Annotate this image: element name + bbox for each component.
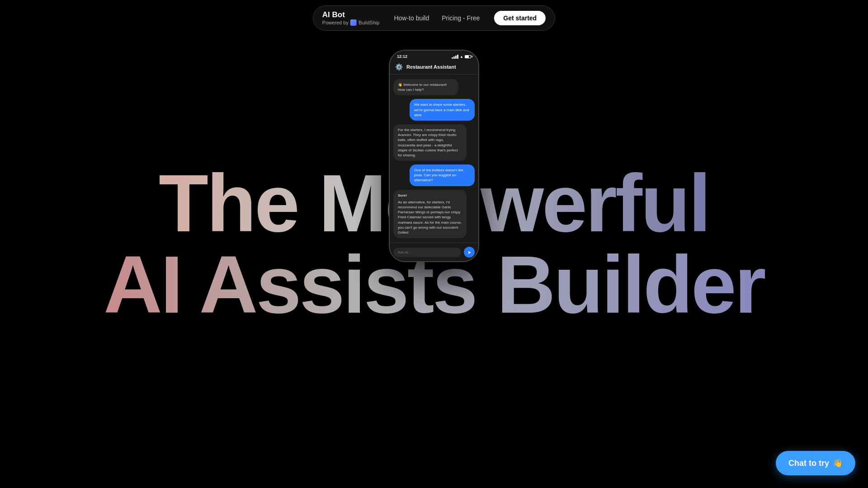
wifi-icon: ▲ [460, 55, 463, 59]
user-message-2: One of the invitees doesn't like peas. C… [410, 164, 475, 186]
navbar: AI Bot Powered by BuildShip How-to build… [313, 5, 555, 31]
chat-input-area: ➤ [390, 243, 478, 261]
bot-message-2: For the starters, I recommend trying Ara… [393, 124, 467, 161]
signal-icon [452, 55, 458, 59]
send-button[interactable]: ➤ [464, 247, 475, 258]
phone-status-icons: ▲ [452, 55, 471, 59]
user-message-1: We want to share some starters, we're go… [410, 99, 475, 121]
chat-messages: 👋 Welcome to our restaurant! How can I h… [390, 75, 478, 243]
phone-mockup: 12:12 ▲ ⚙️ Restaurant Assistant [389, 50, 479, 262]
pricing-link[interactable]: Pricing - Free [442, 14, 480, 22]
brand-subtitle: Powered by BuildShip [322, 19, 380, 26]
assistant-title: Restaurant Assistant [406, 64, 456, 70]
buildship-logo [350, 19, 357, 26]
nav-links: How-to build Pricing - Free [394, 14, 480, 22]
get-started-button[interactable]: Get started [494, 11, 546, 25]
assistant-icon: ⚙️ [395, 63, 403, 70]
battery-icon [465, 55, 471, 58]
chat-input[interactable] [393, 248, 461, 257]
bot-message-3: Sure! As an alternative, for starters, I… [393, 190, 467, 239]
how-to-build-link[interactable]: How-to build [394, 14, 429, 22]
brand: AI Bot Powered by BuildShip [322, 10, 380, 26]
chat-to-try-button[interactable]: Chat to try 👋 [776, 451, 855, 475]
phone-frame: 12:12 ▲ ⚙️ Restaurant Assistant [389, 50, 479, 262]
phone-status-bar: 12:12 ▲ [390, 51, 478, 61]
chat-header: ⚙️ Restaurant Assistant [390, 61, 478, 75]
brand-title: AI Bot [322, 10, 345, 19]
phone-time: 12:12 [397, 54, 407, 59]
bot-message-1: 👋 Welcome to our restaurant! How can I h… [393, 79, 458, 95]
